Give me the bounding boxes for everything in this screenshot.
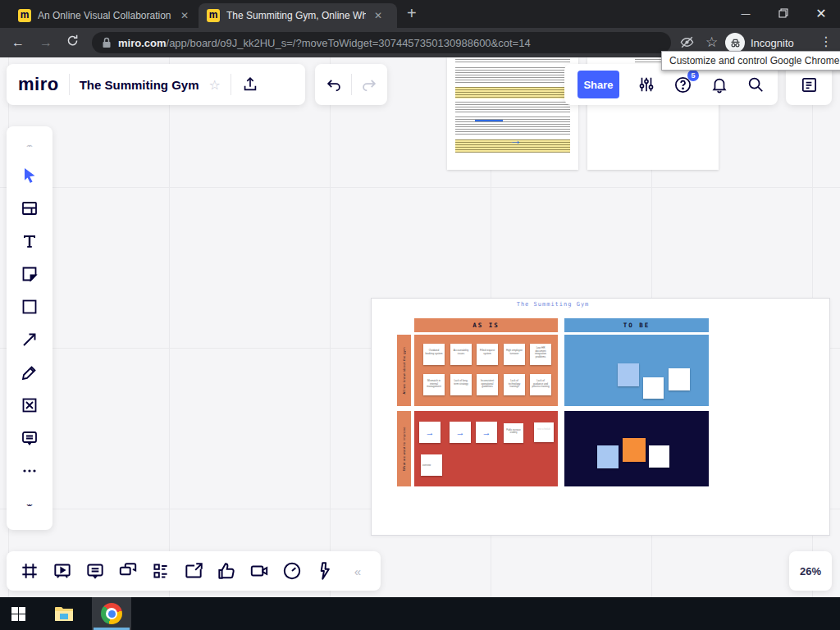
export-icon[interactable]: [241, 75, 259, 94]
forward-button[interactable]: →: [39, 35, 52, 50]
sticky-note[interactable]: Outdated booking system: [423, 344, 445, 365]
templates-tool[interactable]: [7, 192, 52, 225]
row-label-bottom[interactable]: What we want to improve: [397, 411, 411, 486]
minimize-button[interactable]: —: [727, 0, 765, 26]
share-button[interactable]: Share: [578, 71, 619, 98]
chrome-menu-button[interactable]: ⋮: [819, 34, 833, 49]
reload-button[interactable]: [66, 34, 80, 48]
sticky-note[interactable]: Accountability issues: [450, 344, 472, 365]
row-label-top[interactable]: All we know about the gym: [397, 335, 411, 406]
presentation-icon: [52, 560, 73, 582]
more-tools-button[interactable]: [7, 454, 52, 487]
video-camera-icon: [249, 560, 270, 582]
bookmark-star-icon[interactable]: ☆: [705, 34, 718, 51]
sticky-note-arrow[interactable]: →: [476, 422, 497, 443]
sticky-note[interactable]: [649, 445, 669, 468]
collaboration-toolbar: «: [7, 551, 381, 591]
board-frame[interactable]: The Summiting Gym AS IS TO BE All we kno…: [371, 298, 830, 536]
help-icon[interactable]: 5: [673, 75, 692, 94]
document-widget-1[interactable]: →: [447, 57, 578, 170]
sticky-note-arrow[interactable]: →: [419, 422, 441, 443]
sticky-note[interactable]: Lack of long-term strategy: [450, 374, 472, 395]
favorite-star-icon[interactable]: ☆: [209, 77, 221, 93]
presentation-mode-button[interactable]: [46, 551, 79, 591]
frames-panel-icon[interactable]: [800, 75, 819, 94]
sticky-note[interactable]: Public increase visibility: [504, 423, 523, 443]
timer-button[interactable]: [276, 551, 308, 591]
new-tab-button[interactable]: +: [407, 5, 417, 21]
tab-close-icon[interactable]: ✕: [374, 10, 382, 21]
sticky-note[interactable]: High employee turnover: [504, 344, 525, 365]
activity-button[interactable]: [308, 551, 341, 591]
sticky-note-blue[interactable]: [597, 445, 619, 468]
view-settings-icon[interactable]: [637, 75, 655, 94]
tab-title: The Summiting Gym, Online Whi: [226, 10, 366, 21]
file-explorer-button[interactable]: [46, 597, 82, 630]
frames-tool[interactable]: [13, 551, 46, 591]
upload-tool[interactable]: [7, 389, 52, 422]
eye-off-icon[interactable]: [679, 34, 695, 50]
frame-title[interactable]: The Summiting Gym: [397, 301, 709, 308]
sticky-note-text: new schedule: [534, 422, 554, 431]
tab-close-icon[interactable]: ✕: [180, 10, 189, 21]
bell-icon[interactable]: [710, 75, 728, 94]
quadrant-to-be-bottom[interactable]: [564, 411, 709, 486]
sticky-note[interactable]: Inconsistent operational guidelines: [477, 374, 498, 395]
board-title[interactable]: The Summiting Gym: [80, 78, 199, 92]
collapse-toolbar-button[interactable]: ⌃⌃: [7, 136, 52, 159]
sticky-note-orange[interactable]: [623, 438, 646, 462]
zoom-level-indicator[interactable]: 26%: [789, 551, 832, 591]
chat-button[interactable]: [112, 551, 144, 591]
pen-tool[interactable]: [7, 356, 52, 389]
incognito-label: Incognito: [751, 37, 794, 49]
chrome-taskbar-button[interactable]: [92, 597, 131, 630]
sticky-note[interactable]: Lack of guidance and process training: [530, 374, 551, 395]
comments-button[interactable]: [79, 551, 112, 591]
miro-canvas[interactable]: → The Summiting Gym AS IS TO BE All we k…: [0, 57, 840, 597]
search-icon[interactable]: [746, 75, 765, 94]
screen: m An Online Visual Collaboration Pl ✕ m …: [0, 0, 840, 630]
video-call-button[interactable]: [243, 551, 276, 591]
redo-button[interactable]: [360, 75, 378, 94]
cards-button[interactable]: [144, 551, 177, 591]
sticky-note[interactable]: [643, 377, 664, 399]
tab-collaboration[interactable]: m An Online Visual Collaboration Pl ✕: [10, 3, 197, 28]
sticky-note[interactable]: Mismatch in internal management: [423, 374, 445, 395]
undo-redo-card: [315, 64, 387, 105]
address-bar[interactable]: miro.com/app/board/o9J_kk2HU_s=/?moveToW…: [92, 32, 671, 53]
restore-button[interactable]: [765, 0, 802, 26]
quadrant-as-is-bottom[interactable]: → → → Public increase visibility new sch…: [414, 411, 558, 486]
back-button[interactable]: ←: [11, 35, 25, 50]
text-tool[interactable]: [7, 225, 52, 258]
sticky-note[interactable]: overview: [421, 454, 442, 476]
sticky-note-text: Lack of long-term strategy: [450, 374, 472, 386]
sticky-note-blue[interactable]: [618, 363, 639, 386]
comment-tool[interactable]: [7, 422, 52, 454]
close-window-button[interactable]: ✕: [802, 0, 840, 26]
sticky-note[interactable]: new schedule: [534, 422, 554, 442]
sticky-note[interactable]: Filled request system: [477, 344, 498, 365]
sticky-note[interactable]: Lack of technology trainings: [504, 374, 525, 395]
collapse-bottom-toolbar-button[interactable]: «: [341, 551, 374, 591]
undo-button[interactable]: [325, 75, 343, 94]
divider: [231, 74, 231, 95]
start-button[interactable]: [0, 597, 36, 630]
miro-logo[interactable]: miro: [18, 74, 59, 95]
shapes-tool[interactable]: [7, 290, 52, 323]
notification-count-badge: 5: [687, 70, 699, 81]
sticky-note-tool[interactable]: [7, 258, 52, 290]
connector-tool[interactable]: [7, 323, 52, 356]
as-is-header[interactable]: AS IS: [414, 318, 558, 332]
sticky-note-arrow[interactable]: →: [450, 422, 471, 443]
sticky-note[interactable]: [669, 368, 690, 390]
select-tool[interactable]: [7, 159, 52, 192]
share-screen-button[interactable]: [177, 551, 210, 591]
to-be-header[interactable]: TO BE: [564, 318, 709, 332]
tab-summiting-gym[interactable]: m The Summiting Gym, Online Whi ✕: [199, 3, 397, 28]
reactions-button[interactable]: [210, 551, 243, 591]
sticky-note[interactable]: Low HR document integration problems: [530, 344, 551, 365]
quadrant-to-be-top[interactable]: [564, 335, 709, 406]
quadrant-as-is-top[interactable]: Outdated booking system Accountability i…: [414, 335, 558, 406]
chrome-menu-tooltip: Customize and control Google Chrome: [661, 51, 840, 71]
expand-toolbar-button[interactable]: ⌄⌄: [7, 487, 52, 520]
